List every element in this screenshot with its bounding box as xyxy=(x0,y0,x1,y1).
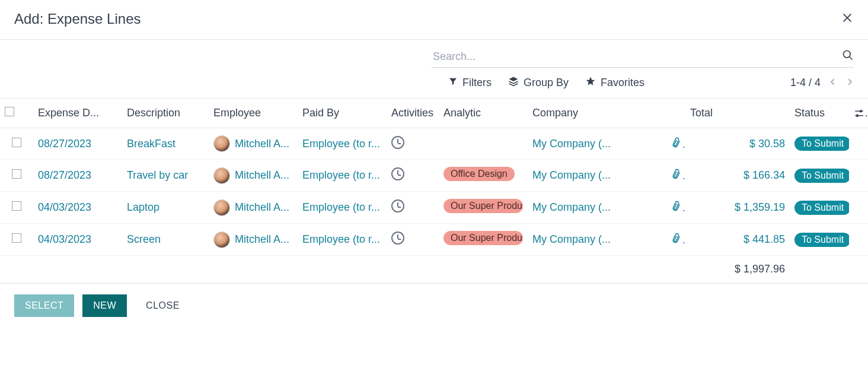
pager-range: 1-4 / 4 xyxy=(790,77,821,89)
table-row[interactable]: 04/03/2023LaptopMitchell A...Employee (t… xyxy=(0,192,868,224)
cell-status[interactable]: To Submit xyxy=(790,192,849,224)
col-header-activities[interactable]: Activities xyxy=(387,99,439,128)
sliders-icon[interactable] xyxy=(854,107,864,119)
close-button[interactable]: CLOSE xyxy=(135,294,190,317)
cell-date[interactable]: 08/27/2023 xyxy=(33,160,122,192)
status-badge: To Submit xyxy=(794,137,849,151)
col-header-total[interactable]: Total xyxy=(685,99,790,128)
cell-analytic[interactable]: Office Design xyxy=(439,160,528,192)
cell-paidby[interactable]: Employee (to r... xyxy=(298,224,387,256)
avatar xyxy=(213,135,230,152)
col-header-analytic[interactable]: Analytic xyxy=(439,99,528,128)
clock-icon[interactable] xyxy=(391,232,404,245)
paperclip-icon[interactable] xyxy=(669,167,684,184)
table-row[interactable]: 08/27/2023Travel by carMitchell A...Empl… xyxy=(0,160,868,192)
row-checkbox-cell[interactable] xyxy=(0,128,33,160)
new-button[interactable]: NEW xyxy=(82,294,127,317)
paperclip-icon[interactable] xyxy=(669,232,684,248)
paperclip-icon[interactable] xyxy=(669,135,684,152)
avatar xyxy=(213,232,230,248)
cell-employee[interactable]: Mitchell A... xyxy=(209,160,298,192)
analytic-tag[interactable]: Our Super Produ xyxy=(443,199,523,213)
cell-company[interactable]: My Company (... xyxy=(528,192,666,224)
cell-description[interactable]: Screen xyxy=(122,224,209,256)
cell-status[interactable]: To Submit xyxy=(790,224,849,256)
cell-attachment[interactable] xyxy=(666,160,685,192)
select-all-header[interactable] xyxy=(0,99,33,128)
filters-button[interactable]: Filters xyxy=(448,77,492,89)
cell-company[interactable]: My Company (... xyxy=(528,128,666,160)
favorites-label: Favorites xyxy=(601,77,644,89)
cell-attachment[interactable] xyxy=(666,224,685,256)
cell-activities[interactable] xyxy=(387,224,439,256)
cell-total: $ 166.34 xyxy=(685,160,790,192)
cell-employee[interactable]: Mitchell A... xyxy=(209,224,298,256)
filter-icon xyxy=(448,77,458,89)
pager: 1-4 / 4 xyxy=(790,77,854,89)
cell-employee[interactable]: Mitchell A... xyxy=(209,192,298,224)
checkbox-icon[interactable] xyxy=(12,201,21,211)
cell-analytic[interactable] xyxy=(439,128,528,160)
col-header-employee[interactable]: Employee xyxy=(209,99,298,128)
analytic-tag[interactable]: Our Super Produ xyxy=(443,231,523,245)
col-header-options[interactable] xyxy=(849,99,868,128)
search-input[interactable] xyxy=(432,50,842,64)
cell-activities[interactable] xyxy=(387,160,439,192)
cell-description[interactable]: BreakFast xyxy=(122,128,209,160)
select-button[interactable]: SELECT xyxy=(14,294,74,317)
groupby-button[interactable]: Group By xyxy=(508,76,569,90)
checkbox-icon[interactable] xyxy=(12,233,21,243)
cell-company[interactable]: My Company (... xyxy=(528,160,666,192)
search-icon[interactable] xyxy=(842,49,854,64)
svg-point-7 xyxy=(857,115,859,117)
cell-total: $ 30.58 xyxy=(685,128,790,160)
cell-company[interactable]: My Company (... xyxy=(528,224,666,256)
status-badge: To Submit xyxy=(794,169,849,183)
col-header-paidby[interactable]: Paid By xyxy=(298,99,387,128)
cell-status[interactable]: To Submit xyxy=(790,160,849,192)
close-icon[interactable] xyxy=(841,11,854,27)
col-header-date[interactable]: Expense D... xyxy=(33,99,122,128)
cell-analytic[interactable]: Our Super Produ xyxy=(439,224,528,256)
modal: Add: Expense Lines Filters Group By Fa xyxy=(0,0,868,328)
cell-paidby[interactable]: Employee (to r... xyxy=(298,192,387,224)
clock-icon[interactable] xyxy=(391,199,404,213)
pager-prev-icon[interactable] xyxy=(829,77,837,89)
table-row[interactable]: 04/03/2023ScreenMitchell A...Employee (t… xyxy=(0,224,868,256)
employee-name: Mitchell A... xyxy=(235,233,289,246)
checkbox-icon[interactable] xyxy=(12,169,21,179)
cell-activities[interactable] xyxy=(387,128,439,160)
cell-description[interactable]: Travel by car xyxy=(122,160,209,192)
cell-date[interactable]: 08/27/2023 xyxy=(33,128,122,160)
col-header-status[interactable]: Status xyxy=(790,99,849,128)
row-checkbox-cell[interactable] xyxy=(0,192,33,224)
status-badge: To Submit xyxy=(794,201,849,215)
cell-analytic[interactable]: Our Super Produ xyxy=(439,192,528,224)
clock-icon[interactable] xyxy=(391,167,404,180)
pager-next-icon[interactable] xyxy=(845,77,854,89)
cell-date[interactable]: 04/03/2023 xyxy=(33,224,122,256)
expense-table: Expense D... Description Employee Paid B… xyxy=(0,98,868,283)
cell-total: $ 441.85 xyxy=(685,224,790,256)
cell-date[interactable]: 04/03/2023 xyxy=(33,192,122,224)
cell-total: $ 1,359.19 xyxy=(685,192,790,224)
clock-icon[interactable] xyxy=(391,136,404,149)
col-header-company[interactable]: Company xyxy=(528,99,666,128)
table-row[interactable]: 08/27/2023BreakFastMitchell A...Employee… xyxy=(0,128,868,160)
cell-status[interactable]: To Submit xyxy=(790,128,849,160)
paperclip-icon[interactable] xyxy=(669,199,684,216)
checkbox-icon[interactable] xyxy=(12,138,21,147)
checkbox-icon[interactable] xyxy=(5,107,14,116)
row-checkbox-cell[interactable] xyxy=(0,160,33,192)
cell-paidby[interactable]: Employee (to r... xyxy=(298,128,387,160)
col-header-description[interactable]: Description xyxy=(122,99,209,128)
favorites-button[interactable]: Favorites xyxy=(585,76,644,90)
cell-attachment[interactable] xyxy=(666,128,685,160)
analytic-tag[interactable]: Office Design xyxy=(443,167,515,181)
cell-attachment[interactable] xyxy=(666,192,685,224)
cell-employee[interactable]: Mitchell A... xyxy=(209,128,298,160)
cell-activities[interactable] xyxy=(387,192,439,224)
cell-description[interactable]: Laptop xyxy=(122,192,209,224)
row-checkbox-cell[interactable] xyxy=(0,224,33,256)
cell-paidby[interactable]: Employee (to r... xyxy=(298,160,387,192)
